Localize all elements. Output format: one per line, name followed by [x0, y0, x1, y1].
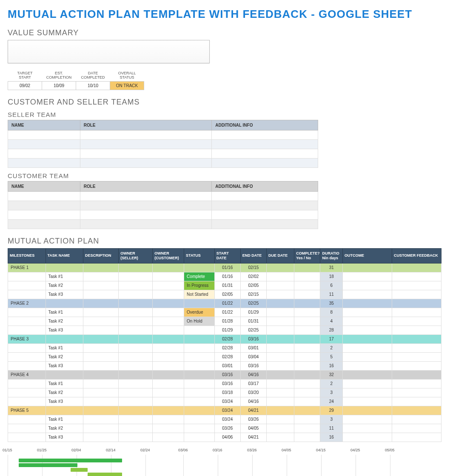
plan-cell[interactable] — [119, 370, 153, 379]
plan-cell[interactable]: 03/04 — [240, 352, 266, 361]
plan-cell[interactable] — [119, 334, 153, 343]
table-cell[interactable] — [80, 140, 212, 149]
task-row[interactable]: Task #1Complete01/1602/0218 — [8, 272, 441, 281]
plan-cell[interactable] — [343, 379, 392, 388]
plan-cell[interactable] — [83, 334, 119, 343]
date-completed[interactable]: 10/10 — [76, 82, 110, 90]
plan-cell[interactable] — [184, 343, 215, 352]
plan-cell[interactable] — [392, 397, 441, 406]
plan-cell[interactable] — [266, 326, 294, 334]
table-cell[interactable] — [8, 192, 80, 201]
plan-cell[interactable]: Task #2 — [46, 281, 83, 290]
plan-cell[interactable] — [119, 406, 153, 415]
plan-cell[interactable] — [184, 388, 215, 397]
plan-cell[interactable] — [119, 433, 153, 442]
plan-cell[interactable] — [119, 379, 153, 388]
plan-cell[interactable]: Task #2 — [46, 352, 83, 361]
plan-cell[interactable] — [83, 388, 119, 397]
plan-cell[interactable] — [343, 272, 392, 281]
plan-cell[interactable] — [8, 388, 46, 397]
plan-cell[interactable] — [343, 361, 392, 370]
plan-cell[interactable]: On Hold — [184, 317, 215, 326]
task-row[interactable]: Task #103/1603/172 — [8, 379, 441, 388]
plan-cell[interactable] — [153, 406, 184, 415]
plan-cell[interactable]: 16 — [320, 361, 343, 370]
plan-cell[interactable]: 03/20 — [240, 388, 266, 397]
plan-cell[interactable] — [294, 343, 320, 352]
plan-cell[interactable] — [46, 334, 83, 343]
plan-cell[interactable] — [153, 424, 184, 433]
plan-cell[interactable]: Overdue — [184, 308, 215, 317]
plan-cell[interactable]: PHASE 5 — [8, 406, 46, 415]
plan-cell[interactable] — [184, 326, 215, 334]
table-cell[interactable] — [8, 201, 80, 210]
table-cell[interactable] — [212, 140, 318, 149]
plan-cell[interactable]: In Progress — [184, 281, 215, 290]
plan-cell[interactable] — [8, 379, 46, 388]
plan-cell[interactable]: 31 — [320, 263, 343, 272]
plan-cell[interactable]: 5 — [320, 352, 343, 361]
plan-cell[interactable]: Complete — [184, 272, 215, 281]
plan-cell[interactable]: 02/15 — [240, 263, 266, 272]
plan-cell[interactable]: PHASE 2 — [8, 299, 46, 308]
plan-cell[interactable]: 28 — [320, 326, 343, 334]
plan-cell[interactable] — [294, 370, 320, 379]
plan-cell[interactable]: 02/28 — [214, 343, 240, 352]
plan-cell[interactable]: 03/24 — [214, 415, 240, 424]
plan-cell[interactable] — [153, 281, 184, 290]
table-cell[interactable] — [80, 220, 212, 229]
plan-cell[interactable] — [119, 388, 153, 397]
plan-cell[interactable]: Task #3 — [46, 290, 83, 299]
plan-cell[interactable]: 04/16 — [240, 397, 266, 406]
plan-cell[interactable] — [153, 379, 184, 388]
plan-cell[interactable] — [294, 379, 320, 388]
plan-cell[interactable] — [83, 415, 119, 424]
table-cell[interactable] — [212, 192, 318, 201]
plan-cell[interactable] — [83, 343, 119, 352]
plan-cell[interactable] — [343, 397, 392, 406]
plan-cell[interactable] — [266, 415, 294, 424]
plan-cell[interactable]: 01/22 — [214, 299, 240, 308]
plan-cell[interactable] — [8, 326, 46, 334]
plan-cell[interactable] — [266, 317, 294, 326]
task-row[interactable]: Task #303/0103/1616 — [8, 361, 441, 370]
plan-cell[interactable] — [83, 379, 119, 388]
plan-cell[interactable] — [184, 361, 215, 370]
plan-cell[interactable] — [83, 317, 119, 326]
plan-cell[interactable]: 18 — [320, 272, 343, 281]
phase-row[interactable]: PHASE 503/2404/2129 — [8, 406, 441, 415]
overall-status[interactable]: ON TRACK — [110, 82, 144, 90]
plan-cell[interactable] — [119, 299, 153, 308]
plan-cell[interactable] — [8, 433, 46, 442]
plan-cell[interactable]: Task #2 — [46, 317, 83, 326]
plan-cell[interactable] — [266, 397, 294, 406]
plan-cell[interactable]: 24 — [320, 397, 343, 406]
plan-cell[interactable] — [119, 290, 153, 299]
plan-cell[interactable]: Task #3 — [46, 326, 83, 334]
plan-cell[interactable]: 03/01 — [214, 361, 240, 370]
plan-cell[interactable]: 02/25 — [240, 299, 266, 308]
task-row[interactable]: Task #3Not Started02/0502/1511 — [8, 290, 441, 299]
plan-cell[interactable] — [343, 326, 392, 334]
table-cell[interactable] — [212, 130, 318, 140]
plan-cell[interactable] — [343, 406, 392, 415]
table-cell[interactable] — [8, 130, 80, 140]
plan-cell[interactable]: PHASE 4 — [8, 370, 46, 379]
plan-cell[interactable]: 01/22 — [214, 308, 240, 317]
plan-cell[interactable] — [392, 424, 441, 433]
plan-cell[interactable] — [294, 415, 320, 424]
plan-cell[interactable] — [153, 352, 184, 361]
plan-cell[interactable] — [392, 361, 441, 370]
plan-cell[interactable] — [294, 334, 320, 343]
plan-cell[interactable] — [266, 433, 294, 442]
plan-cell[interactable] — [392, 272, 441, 281]
plan-cell[interactable] — [294, 361, 320, 370]
plan-cell[interactable] — [266, 290, 294, 299]
plan-cell[interactable] — [119, 317, 153, 326]
plan-cell[interactable]: 01/29 — [240, 308, 266, 317]
plan-cell[interactable] — [153, 308, 184, 317]
plan-cell[interactable] — [294, 424, 320, 433]
plan-cell[interactable]: 01/31 — [214, 281, 240, 290]
plan-cell[interactable] — [184, 370, 215, 379]
task-row[interactable]: Task #103/2403/263 — [8, 415, 441, 424]
